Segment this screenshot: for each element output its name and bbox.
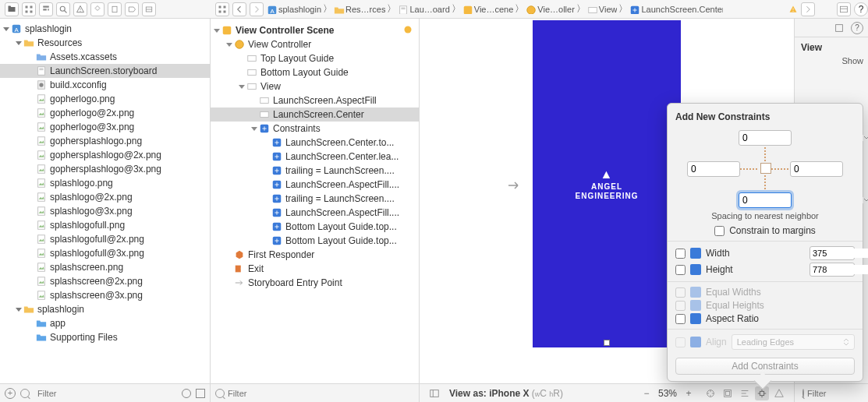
navigator-item[interactable]: splashlogo@2x.png [0, 190, 210, 204]
outline-item[interactable]: LaunchScreen.Center.lea... [211, 150, 419, 164]
navigator-item[interactable]: splashlogofull.png [0, 218, 210, 232]
navigator-item[interactable]: splashlogofull@3x.png [0, 246, 210, 260]
outline-item[interactable]: trailing = LaunchScreen.... [211, 192, 419, 206]
outline-item[interactable]: Bottom Layout Guide [211, 65, 419, 79]
help-icon[interactable]: ? [851, 22, 863, 34]
nav-tab-find-icon[interactable] [56, 2, 70, 16]
left-spacing-field[interactable] [687, 161, 740, 177]
nav-tab-issues-icon[interactable] [73, 2, 87, 16]
update-frames-icon[interactable] [703, 386, 717, 400]
nav-tab-debug-icon[interactable] [108, 2, 122, 16]
outline-item[interactable]: LaunchScreen.Center [211, 108, 419, 122]
breadcrumb-item[interactable]: Vie…oller [526, 5, 575, 14]
height-input[interactable] [810, 263, 855, 277]
nav-tab-breakpoints-icon[interactable] [125, 2, 139, 16]
outline-item[interactable]: View Controller Scene [211, 23, 419, 37]
nav-tab-tests-icon[interactable] [90, 2, 105, 16]
breadcrumb-item[interactable]: Asplashlogin [267, 5, 321, 14]
outline-item[interactable]: Bottom Layout Guide.top... [211, 220, 419, 234]
navigator-item[interactable]: Asplashlogin [0, 22, 210, 36]
outline-item[interactable]: View [211, 79, 419, 93]
breadcrumb-item[interactable]: View [587, 5, 618, 14]
width-input[interactable] [810, 246, 855, 260]
breadcrumb-item[interactable]: Vie…cene [462, 5, 514, 14]
related-items-icon[interactable] [215, 2, 229, 16]
navigator-item[interactable]: gopherlogo@2x.png [0, 106, 210, 120]
outline-item[interactable]: View Controller [211, 37, 419, 51]
png-icon [36, 178, 47, 189]
navigator-item[interactable]: gophersplashlogo@3x.png [0, 162, 210, 176]
add-button[interactable]: + [5, 388, 16, 399]
navigator-tree[interactable]: AsplashloginResourcesAssets.xcassetsLaun… [0, 19, 210, 383]
inspector-filter-input[interactable] [807, 389, 868, 398]
constrain-margins-checkbox[interactable] [714, 226, 725, 236]
adjust-editor-icon[interactable] [837, 2, 851, 16]
device-preview[interactable]: ▲ ANGEL ENGINEERING [533, 20, 681, 347]
outline-item[interactable]: LaunchScreen.AspectFill.... [211, 206, 419, 220]
outline-tree[interactable]: View Controller SceneView ControllerTop … [211, 19, 419, 383]
breadcrumb[interactable]: Asplashlogin〉Res…rces〉Lau…oard〉Vie…cene〉… [267, 2, 785, 16]
embed-in-icon[interactable] [721, 386, 735, 400]
navigator-item[interactable]: splashlogo@3x.png [0, 204, 210, 218]
outline-item[interactable]: Storyboard Entry Point [211, 276, 419, 290]
height-checkbox[interactable] [675, 265, 686, 275]
width-checkbox[interactable] [675, 249, 686, 259]
navigator-item[interactable]: splashlogofull@2x.png [0, 232, 210, 246]
navigator-item[interactable]: Supporting Files [0, 330, 210, 344]
zoom-level[interactable]: 53% [658, 388, 677, 399]
navigator-item[interactable]: Resources [0, 36, 210, 50]
inspector-tab-icon[interactable] [832, 21, 846, 35]
resize-handle[interactable] [604, 340, 610, 346]
resolve-issues-icon[interactable] [772, 386, 786, 400]
navigator-item[interactable]: build.xcconfig [0, 78, 210, 92]
outline-item[interactable]: Constraints [211, 122, 419, 136]
bottom-spacing-field[interactable] [739, 192, 792, 208]
jump-bar-chevron-icon[interactable] [801, 2, 815, 16]
forward-icon[interactable] [250, 2, 264, 16]
navigator-item[interactable]: LaunchScreen.storyboard [0, 64, 210, 78]
breadcrumb-item[interactable]: Lau…oard [398, 5, 449, 14]
constrain-margins-label: Constrain to margins [729, 225, 816, 236]
navigator-filter-input[interactable] [37, 389, 177, 398]
zoom-out-button[interactable]: − [639, 386, 654, 400]
navigator-item[interactable]: splashscreen@2x.png [0, 274, 210, 288]
right-spacing-field[interactable] [790, 161, 843, 177]
align-icon[interactable] [738, 386, 752, 400]
outline-item[interactable]: Exit [211, 262, 419, 276]
navigator-item[interactable]: app [0, 316, 210, 330]
navigator-item[interactable]: splashlogin [0, 302, 210, 316]
outline-item[interactable]: LaunchScreen.AspectFill.... [211, 178, 419, 192]
outline-item[interactable]: LaunchScreen.Center.to... [211, 136, 419, 150]
outline-item[interactable]: LaunchScreen.AspectFill [211, 93, 419, 108]
breadcrumb-item[interactable]: LaunchScreen.Center [629, 5, 723, 14]
scm-filter-icon[interactable] [196, 389, 205, 398]
navigator-item[interactable]: splashlogo.png [0, 176, 210, 190]
navigator-item[interactable]: splashscreen@3x.png [0, 288, 210, 302]
aspect-ratio-checkbox[interactable] [675, 314, 686, 324]
toggle-outline-icon[interactable] [427, 386, 441, 400]
outline-item[interactable]: trailing = LaunchScreen.... [211, 164, 419, 178]
nav-tab-reports-icon[interactable] [142, 2, 156, 16]
svg-rect-14 [219, 5, 221, 8]
outline-item[interactable]: Bottom Layout Guide.top... [211, 234, 419, 248]
zoom-in-button[interactable]: + [682, 386, 696, 400]
navigator-item[interactable]: gopherlogo@3x.png [0, 120, 210, 134]
outline-item[interactable]: Top Layout Guide [211, 51, 419, 65]
nav-tab-symbols-icon[interactable] [39, 2, 53, 16]
outline-filter-input[interactable] [228, 389, 414, 398]
help-icon[interactable]: ? [854, 2, 868, 16]
view-icon [259, 95, 270, 106]
navigator-item[interactable]: gophersplashlogo.png [0, 134, 210, 148]
navigator-item[interactable]: gopherlogo.png [0, 92, 210, 106]
breadcrumb-item[interactable]: Res…rces [334, 5, 385, 14]
top-spacing-field[interactable] [739, 130, 792, 146]
outline-item[interactable]: First Responder [211, 248, 419, 262]
recent-filter-icon[interactable] [182, 389, 191, 398]
navigator-item[interactable]: Assets.xcassets [0, 50, 210, 64]
navigator-item[interactable]: gophersplashlogo@2x.png [0, 148, 210, 162]
nav-tab-source-icon[interactable] [22, 2, 36, 16]
nav-tab-files-icon[interactable] [5, 2, 19, 16]
svg-rect-0 [26, 5, 28, 8]
back-icon[interactable] [232, 2, 246, 16]
navigator-item[interactable]: splashscreen.png [0, 260, 210, 274]
